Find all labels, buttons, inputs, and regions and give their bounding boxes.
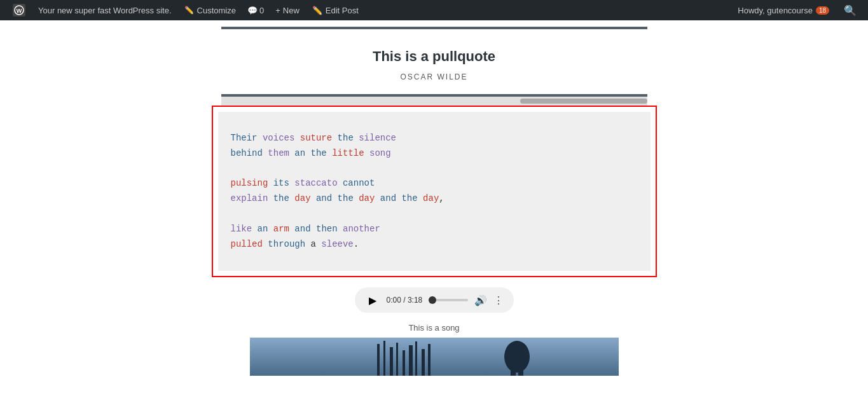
howdy-label: Howdy, gutencourse xyxy=(738,6,813,15)
pre-line-blank1 xyxy=(231,161,638,177)
svg-rect-2 xyxy=(250,338,619,376)
svg-rect-4 xyxy=(383,341,385,376)
svg-rect-5 xyxy=(390,347,393,376)
audio-progress-bar[interactable] xyxy=(429,299,467,301)
site-name-label: Your new super fast WordPress site. xyxy=(38,6,172,15)
pre-line-1: Their voices suture the silence xyxy=(231,131,638,146)
svg-rect-7 xyxy=(403,350,405,376)
pre-block-wrapper[interactable]: Their voices suture the silence behind t… xyxy=(212,106,657,277)
svg-text:W: W xyxy=(17,8,22,14)
content-area: This is a pullquote OSCAR WILDE Their vo… xyxy=(0,20,868,376)
h-scrollbar-thumb xyxy=(520,99,647,104)
edit-post-item[interactable]: ✏️ Edit Post xyxy=(306,0,365,20)
customize-label: Customize xyxy=(197,6,236,15)
svg-rect-8 xyxy=(409,345,413,376)
pre-line-5: like an arm and then another xyxy=(231,222,638,237)
notification-badge: 18 xyxy=(816,6,829,15)
svg-rect-3 xyxy=(377,344,380,376)
svg-rect-10 xyxy=(422,349,425,376)
svg-rect-9 xyxy=(415,341,417,376)
more-options-icon[interactable]: ⋮ xyxy=(493,294,504,306)
horizontal-scrollbar[interactable] xyxy=(221,97,647,106)
pre-line-3: pulsing its staccato cannot xyxy=(231,176,638,191)
customize-icon: ✏️ xyxy=(184,6,194,15)
svg-rect-11 xyxy=(428,344,431,376)
comments-count: 0 xyxy=(259,6,264,15)
admin-bar: W Your new super fast WordPress site. ✏️… xyxy=(0,0,868,20)
svg-point-12 xyxy=(504,341,530,373)
svg-rect-14 xyxy=(518,366,523,376)
edit-icon: ✏️ xyxy=(312,6,322,15)
pre-line-2: behind them an the little song xyxy=(231,146,638,161)
new-label: New xyxy=(283,6,300,15)
wp-logo-icon: W xyxy=(13,4,25,17)
svg-rect-13 xyxy=(511,366,516,376)
pre-block: Their voices suture the silence behind t… xyxy=(218,112,651,271)
customize-item[interactable]: ✏️ Customize xyxy=(178,0,242,20)
main-content: This is a pullquote OSCAR WILDE Their vo… xyxy=(0,20,868,398)
pre-line-blank2 xyxy=(231,207,638,222)
new-item[interactable]: + New xyxy=(269,0,306,20)
comments-item[interactable]: 💬 0 xyxy=(242,0,269,20)
total-time: 3:18 xyxy=(408,296,422,305)
image-silhouette xyxy=(250,338,619,376)
image-block: 1.00 xyxy=(250,338,619,376)
pullquote-cite: OSCAR WILDE xyxy=(247,72,622,81)
current-time: 0:00 xyxy=(387,296,401,305)
media-caption: This is a song xyxy=(408,323,459,333)
audio-player: ▶ 0:00 / 3:18 🔊 ⋮ xyxy=(355,287,514,313)
play-button[interactable]: ▶ xyxy=(365,292,380,308)
time-display: 0:00 / 3:18 xyxy=(387,296,423,305)
pullquote-block: This is a pullquote OSCAR WILDE xyxy=(221,27,647,97)
pre-line-4: explain the day and the day and the day, xyxy=(231,191,638,207)
progress-dot xyxy=(429,296,436,304)
search-icon[interactable]: 🔍 xyxy=(839,4,862,17)
volume-icon[interactable]: 🔊 xyxy=(474,294,487,306)
pullquote-text: This is a pullquote xyxy=(247,48,622,65)
svg-rect-6 xyxy=(396,343,398,376)
edit-post-label: Edit Post xyxy=(326,6,359,15)
comment-icon: 💬 xyxy=(247,6,258,15)
site-name-item[interactable]: Your new super fast WordPress site. xyxy=(32,0,178,20)
howdy-item[interactable]: Howdy, gutencourse 18 xyxy=(731,0,836,20)
plus-icon: + xyxy=(275,6,280,15)
wp-logo-item[interactable]: W xyxy=(6,0,32,20)
pre-line-6: pulled through a sleeve. xyxy=(231,237,638,252)
